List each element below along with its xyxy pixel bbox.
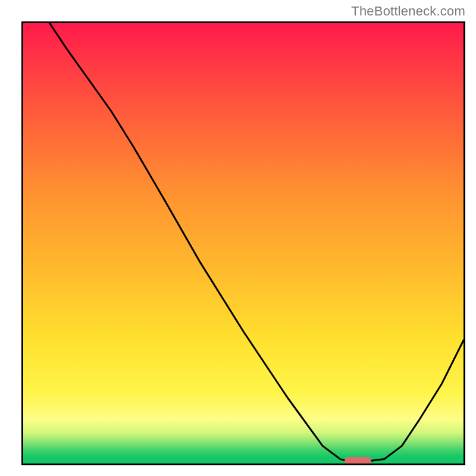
watermark-text: TheBottleneck.com [351, 4, 465, 19]
chart-marker-pill [345, 457, 371, 465]
chart-plot-area [21, 21, 465, 465]
chart-line-curve [23, 23, 464, 464]
